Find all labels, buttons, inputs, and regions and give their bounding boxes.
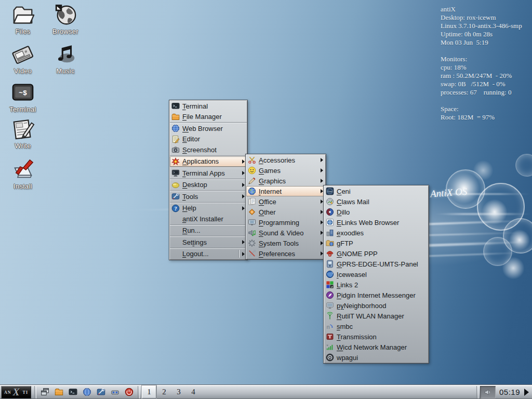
menu-item-antix-installer[interactable]: antiX Installer	[170, 214, 247, 224]
desktop-icon-install[interactable]: Install	[3, 158, 43, 190]
menu-item-screenshot[interactable]: Screenshot	[170, 144, 247, 155]
menu-item-dillo[interactable]: Dillo	[324, 207, 428, 217]
submenu-arrow-icon	[321, 179, 323, 183]
file-manager-icon	[55, 388, 63, 396]
menu-item-preferences[interactable]: Preferences	[246, 248, 325, 259]
menu-item-wicd-network-manager[interactable]: Wicd Network Manager	[324, 342, 428, 352]
menu-item-sound-video[interactable]: Sound & Video	[246, 228, 325, 238]
menu-item-tools[interactable]: Tools	[170, 191, 247, 202]
menu-item-office[interactable]: Office	[246, 196, 325, 207]
menu-item-label: Ceni	[337, 188, 351, 195]
logout-button[interactable]	[122, 386, 136, 398]
menu-item-system-tools[interactable]: System Tools	[246, 238, 325, 248]
menu-item-graphics[interactable]: Graphics	[246, 176, 325, 186]
menu-item-games[interactable]: Games	[246, 165, 325, 176]
system-info-line: swap: 0B /512M - 0%	[441, 80, 522, 88]
terminal-icon	[171, 102, 180, 110]
menu-item-label: Iceweasel	[337, 271, 367, 278]
menu-item-label: Desktop	[182, 181, 207, 189]
window-list-icon	[41, 388, 49, 396]
menu-item-accessories[interactable]: Accessories	[246, 155, 325, 165]
menu-item-rutilt-wlan-manager[interactable]: RutilT WLAN Manager	[324, 311, 428, 321]
menu-item-terminal[interactable]: Terminal	[170, 101, 247, 112]
web-browser-button[interactable]	[80, 386, 94, 398]
menu-item-links-2[interactable]: Links 2	[324, 280, 428, 290]
menu-item-desktop[interactable]: Desktop	[170, 180, 247, 191]
system-info-line: Desktop: rox-icewm	[441, 14, 522, 22]
right-arrow-icon[interactable]	[524, 389, 529, 396]
menu-item-elinks-web-browser[interactable]: ELinks Web Browser	[324, 217, 428, 228]
menu-item-pyneighborhood[interactable]: pyNeighborhood	[324, 300, 428, 311]
icon-placeholder	[171, 215, 180, 223]
desktop-icon-terminal[interactable]: ~$Terminal	[3, 81, 43, 113]
menu-item-settings[interactable]: Settings	[170, 237, 247, 248]
menu-item-logout[interactable]: Logout...	[170, 249, 247, 260]
menu-item-label: exoodles	[337, 229, 364, 237]
menu-item-ceni[interactable]: CeniCeni	[324, 186, 428, 196]
tools-icon	[171, 192, 180, 201]
workspace-button-4[interactable]: 4	[187, 386, 200, 398]
volume-control[interactable]	[480, 386, 496, 398]
icon-placeholder	[171, 250, 180, 258]
menu-item-label: ELinks Web Browser	[337, 219, 399, 227]
desktop-icon-label: Video	[14, 67, 32, 75]
menu-item-file-manager[interactable]: File Manager	[170, 112, 247, 123]
desktop-icon-label: Music	[56, 67, 74, 75]
menu-item-editor[interactable]: Editor	[170, 134, 247, 145]
menu-item-run[interactable]: Run...	[170, 225, 247, 236]
dillo-icon	[326, 208, 334, 216]
workspace-button-2[interactable]: 2	[157, 386, 171, 398]
accessories-icon	[248, 156, 256, 164]
system-info-line	[441, 47, 522, 55]
desktop-icon-video[interactable]: Video	[3, 43, 43, 75]
menu-item-label: Other	[259, 208, 276, 216]
menu-item-divider	[238, 250, 240, 258]
desktop-icon-files[interactable]: Files	[3, 3, 43, 35]
menu-item-label: Screenshot	[182, 146, 217, 154]
menu-item-gftp[interactable]: gFTP	[324, 238, 428, 248]
menu-item-transmission[interactable]: Transmission	[324, 331, 428, 342]
terminal-button[interactable]	[66, 386, 80, 398]
menu-item-pidgin-internet-messenger[interactable]: Pidgin Internet Messenger	[324, 290, 428, 300]
svg-text:?: ?	[174, 206, 177, 211]
rutilt-icon	[326, 312, 334, 320]
office-icon	[248, 197, 256, 206]
menu-item-iceweasel[interactable]: Iceweasel	[324, 269, 428, 280]
write-icon	[11, 117, 35, 141]
menu-item-programming[interactable]: Programming	[246, 217, 325, 228]
desktop-icon-browser[interactable]: Browser	[46, 3, 85, 35]
menu-item-internet[interactable]: Internet	[246, 186, 325, 196]
menu-item-label: Dillo	[337, 208, 350, 216]
terminal-desktop-icon: ~$	[11, 81, 35, 105]
menu-item-label: Wicd Network Manager	[337, 343, 407, 351]
menu-item-claws-mail[interactable]: Claws Mail	[324, 196, 428, 207]
file-manager-icon	[171, 113, 180, 121]
menu-item-web-browser[interactable]: Web Browser	[170, 123, 247, 134]
desktop-icon-write[interactable]: Write	[3, 117, 43, 150]
menu-item-label: Claws Mail	[337, 198, 369, 206]
menu-item-applications[interactable]: Applications	[170, 156, 247, 167]
menu-item-terminal-apps[interactable]: Terminal Apps	[170, 168, 247, 179]
menu-item-smbc[interactable]: nsmbc	[324, 321, 428, 331]
workspace-button-1[interactable]: 1	[142, 385, 156, 398]
system-info-line: processes: 67 running: 0	[441, 88, 522, 97]
help-icon: ?	[171, 204, 180, 212]
menu-item-help[interactable]: ?Help	[170, 203, 247, 214]
menu-item-label: Links 2	[337, 281, 358, 289]
start-menu-button[interactable]: AN X TI	[1, 386, 31, 398]
devices-button[interactable]	[108, 386, 122, 398]
menu-item-gnome-ppp[interactable]: GNOME PPP	[324, 248, 428, 259]
workspace-button-3[interactable]: 3	[172, 386, 185, 398]
menu-item-gprs-edge-umts-panel[interactable]: GPRS-EDGE-UMTS-Panel	[324, 259, 428, 269]
file-manager-button[interactable]	[52, 386, 66, 398]
tools-button[interactable]	[94, 386, 108, 398]
links2-icon	[326, 281, 334, 289]
menu-item-wpagui[interactable]: wpagui	[324, 352, 428, 363]
window-list-button[interactable]	[38, 386, 52, 398]
menu-item-other[interactable]: Other	[246, 207, 325, 217]
wicd-icon	[326, 343, 334, 351]
menu-item-exoodles[interactable]: exoodles	[324, 228, 428, 238]
desktop-icon-label: Install	[14, 182, 32, 190]
desktop-icon-music[interactable]: Music	[46, 43, 85, 75]
menu-item-label: Run...	[182, 227, 201, 234]
